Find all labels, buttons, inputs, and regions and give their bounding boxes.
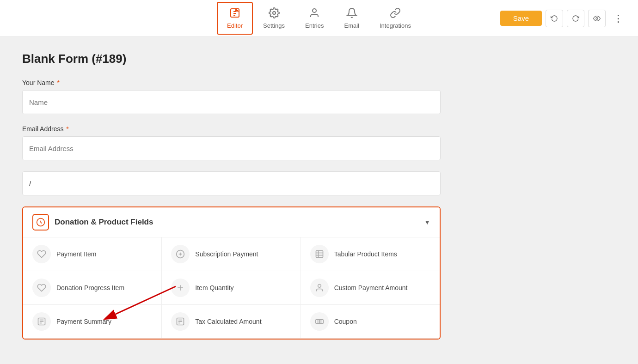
section-icon — [32, 214, 49, 231]
nav-right: Save ⋮ — [500, 10, 627, 27]
top-nav: Editor Settings Entries — [0, 0, 638, 37]
payment-item-label: Payment Item — [56, 250, 96, 258]
svg-point-5 — [313, 9, 316, 12]
more-options-button[interactable]: ⋮ — [609, 10, 627, 27]
email-label: Email Address * — [22, 125, 440, 133]
email-icon — [346, 7, 357, 20]
section-title: Donation & Product Fields — [55, 218, 153, 227]
grid-item-payment-item[interactable]: Payment Item — [23, 237, 162, 271]
donation-product-fields-section: Donation & Product Fields ▼ Payment Item… — [22, 206, 441, 340]
nav-tabs: Editor Settings Entries — [217, 2, 421, 35]
donation-progress-item-icon — [32, 279, 51, 297]
tax-calculated-amount-icon — [171, 312, 190, 331]
tax-calculated-amount-label: Tax Calculated Amount — [195, 318, 261, 325]
save-button[interactable]: Save — [500, 11, 542, 26]
grid-item-item-quantity[interactable]: Item Quantity — [162, 271, 301, 305]
tab-integrations[interactable]: Integrations — [369, 2, 421, 35]
item-quantity-icon — [171, 279, 190, 297]
grid-item-tax-calculated-amount[interactable]: Tax Calculated Amount — [162, 305, 301, 339]
svg-point-4 — [273, 12, 276, 14]
tab-email[interactable]: Email — [334, 2, 369, 35]
svg-point-6 — [596, 18, 598, 19]
tab-editor[interactable]: Editor — [217, 2, 253, 35]
custom-payment-amount-icon — [310, 279, 329, 297]
donation-progress-item-label: Donation Progress Item — [56, 284, 124, 291]
items-grid: Payment ItemSubscription PaymentTabular … — [23, 237, 440, 339]
svg-rect-11 — [316, 251, 323, 258]
grid-item-subscription-payment[interactable]: Subscription Payment — [162, 237, 301, 271]
section-header[interactable]: Donation & Product Fields ▼ — [23, 207, 440, 237]
tab-entries-label: Entries — [305, 22, 324, 29]
redo-button[interactable] — [567, 10, 584, 27]
svg-point-17 — [318, 285, 321, 288]
preview-button[interactable] — [588, 10, 606, 27]
tabular-product-items-label: Tabular Product Items — [334, 250, 397, 258]
payment-summary-label: Payment Summary — [56, 318, 111, 325]
page-title: Blank Form (#189) — [22, 52, 440, 66]
tabular-product-items-icon — [310, 245, 329, 263]
editor-icon — [229, 7, 240, 20]
custom-payment-amount-label: Custom Payment Amount — [334, 284, 408, 291]
email-field-group: Email Address * — [22, 125, 440, 160]
entries-icon — [309, 7, 320, 20]
tab-settings-label: Settings — [263, 22, 285, 29]
coupon-icon — [310, 312, 329, 331]
integrations-icon — [390, 7, 401, 20]
settings-icon — [269, 7, 280, 20]
tab-integrations-label: Integrations — [380, 22, 411, 29]
payment-summary-icon — [32, 312, 51, 331]
section-chevron-icon: ▼ — [424, 218, 430, 226]
tab-settings[interactable]: Settings — [253, 2, 295, 35]
undo-button[interactable] — [546, 10, 563, 27]
grid-item-tabular-product-items[interactable]: Tabular Product Items — [301, 237, 440, 271]
payment-item-icon — [32, 245, 51, 263]
item-quantity-label: Item Quantity — [195, 284, 233, 291]
tab-entries[interactable]: Entries — [295, 2, 334, 35]
tab-editor-label: Editor — [227, 22, 243, 29]
name-field-group: Your Name * — [22, 79, 440, 114]
grid-item-payment-summary[interactable]: Payment Summary — [23, 305, 162, 339]
coupon-label: Coupon — [334, 318, 357, 325]
grid-item-custom-payment-amount[interactable]: Custom Payment Amount — [301, 271, 440, 305]
email-input[interactable] — [22, 136, 441, 160]
grid-item-donation-progress-item[interactable]: Donation Progress Item — [23, 271, 162, 305]
name-input[interactable] — [22, 90, 441, 114]
slash-field[interactable]: / — [22, 171, 441, 195]
subscription-payment-icon — [171, 245, 190, 263]
main-content: Blank Form (#189) Your Name * Email Addr… — [0, 37, 462, 354]
section-header-left: Donation & Product Fields — [32, 214, 153, 231]
name-label: Your Name * — [22, 79, 440, 86]
grid-item-coupon[interactable]: Coupon — [301, 305, 440, 339]
tab-email-label: Email — [344, 22, 359, 29]
subscription-payment-label: Subscription Payment — [195, 250, 258, 258]
